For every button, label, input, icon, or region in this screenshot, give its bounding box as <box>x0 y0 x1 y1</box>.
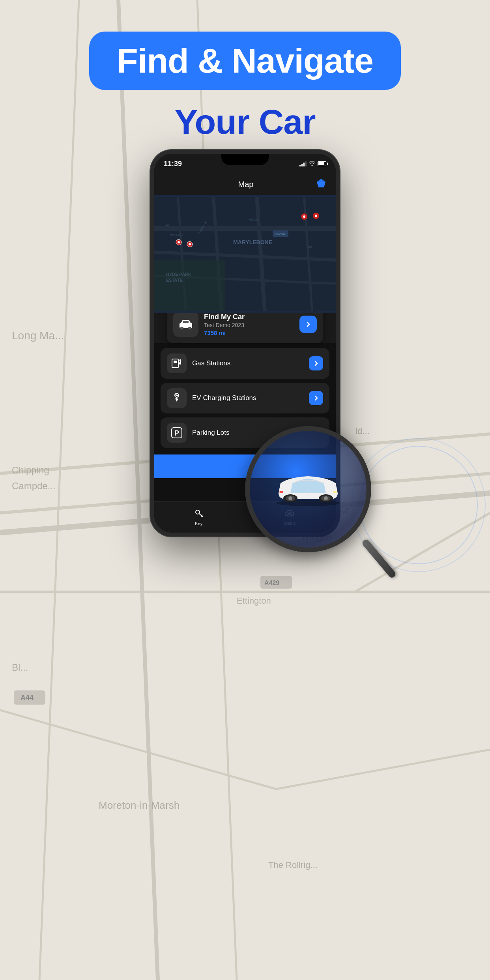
parking-icon: P <box>171 427 183 439</box>
signal-bar-1 <box>299 165 301 166</box>
svg-text:A429: A429 <box>264 580 279 586</box>
signal-bar-3 <box>303 163 305 166</box>
car-icon-box <box>173 312 198 337</box>
svg-point-86 <box>324 496 328 500</box>
svg-point-60 <box>189 327 191 329</box>
car-name: Find My Car <box>204 313 294 321</box>
svg-text:Campde...: Campde... <box>12 481 56 491</box>
tab-key[interactable]: Key <box>195 509 203 526</box>
gas-stations-label: Gas Stations <box>192 359 303 367</box>
svg-point-83 <box>288 496 292 500</box>
headline-line1: Find & Navigate <box>117 43 373 78</box>
parking-icon-box: P <box>167 423 187 443</box>
headline-badge: Find & Navigate <box>89 32 401 90</box>
svg-text:The Rollrig...: The Rollrig... <box>268 860 318 870</box>
svg-point-50 <box>189 243 191 245</box>
magnifier-car-svg <box>269 471 348 507</box>
key-icon <box>195 509 203 520</box>
premium-icon[interactable] <box>316 178 326 190</box>
svg-rect-64 <box>179 362 181 365</box>
wifi-icon <box>309 161 315 167</box>
magnifier-overlay <box>245 426 371 552</box>
map-area: HYDE PARK ESTATE MARYLEBONE N DE PARK A5… <box>154 195 336 313</box>
battery-fill <box>318 162 324 165</box>
gas-stations-item[interactable]: Gas Stations <box>161 348 329 379</box>
svg-point-52 <box>303 215 305 218</box>
magnifier-circle <box>245 426 371 552</box>
battery-icon <box>318 161 326 166</box>
tab-key-label: Key <box>195 521 202 526</box>
notch <box>221 154 269 165</box>
app-header: Map <box>154 174 336 195</box>
svg-text:A5204: A5204 <box>275 232 285 236</box>
car-icon <box>178 316 194 332</box>
panel-bg: Find My Car Test Demo 2023 7358 mi <box>154 313 336 343</box>
phone-mockup: 11:39 <box>150 150 340 537</box>
ev-icon-box <box>167 388 187 408</box>
svg-text:A5201: A5201 <box>249 218 258 221</box>
gas-stations-arrow[interactable] <box>309 356 323 370</box>
svg-rect-62 <box>172 359 178 368</box>
status-time: 11:39 <box>164 160 182 168</box>
svg-text:ESTATE: ESTATE <box>166 278 183 282</box>
svg-text:A44: A44 <box>21 694 34 701</box>
car-info: Find My Car Test Demo 2023 7358 mi <box>204 313 294 336</box>
svg-text:MARYLEBONE: MARYLEBONE <box>233 239 272 245</box>
svg-text:Ettington: Ettington <box>237 596 271 606</box>
svg-text:DE PARK: DE PARK <box>170 234 184 237</box>
svg-text:Bl...: Bl... <box>12 662 28 673</box>
svg-text:N: N <box>166 223 169 227</box>
svg-text:HYDE PARK: HYDE PARK <box>166 272 191 277</box>
svg-rect-61 <box>183 321 189 323</box>
signal-bar-2 <box>301 164 303 166</box>
svg-text:Long Ma...: Long Ma... <box>12 329 64 342</box>
svg-point-89 <box>279 491 283 493</box>
status-bar: 11:39 <box>154 154 336 174</box>
car-distance: 7358 mi <box>204 329 294 336</box>
svg-marker-25 <box>317 179 325 187</box>
svg-rect-37 <box>154 260 225 311</box>
headline-line2: Your Car <box>0 102 490 142</box>
app-title: Map <box>176 180 316 189</box>
ev-charging-item[interactable]: EV Charging Stations <box>161 383 329 413</box>
svg-point-54 <box>315 215 317 217</box>
signal-bar-4 <box>305 161 307 166</box>
svg-point-88 <box>333 491 337 493</box>
find-my-car-arrow-btn[interactable] <box>299 316 317 333</box>
svg-text:P: P <box>174 429 179 437</box>
svg-point-48 <box>178 241 180 243</box>
top-section: Find & Navigate Your Car <box>0 0 490 142</box>
svg-rect-63 <box>174 361 177 363</box>
svg-text:A5: A5 <box>308 245 312 249</box>
gas-station-icon-box <box>167 353 187 373</box>
ev-charging-icon <box>171 392 183 404</box>
ev-charging-arrow[interactable] <box>309 391 323 405</box>
svg-text:Chipping: Chipping <box>12 465 49 475</box>
status-icons <box>299 161 326 167</box>
car-model: Test Demo 2023 <box>204 322 294 328</box>
svg-text:Moreton-in-Marsh: Moreton-in-Marsh <box>99 799 180 811</box>
gas-pump-icon <box>171 357 183 369</box>
ev-charging-label: EV Charging Stations <box>192 394 303 402</box>
svg-point-58 <box>181 327 183 329</box>
svg-line-67 <box>175 394 176 396</box>
signal-bars <box>299 161 307 166</box>
